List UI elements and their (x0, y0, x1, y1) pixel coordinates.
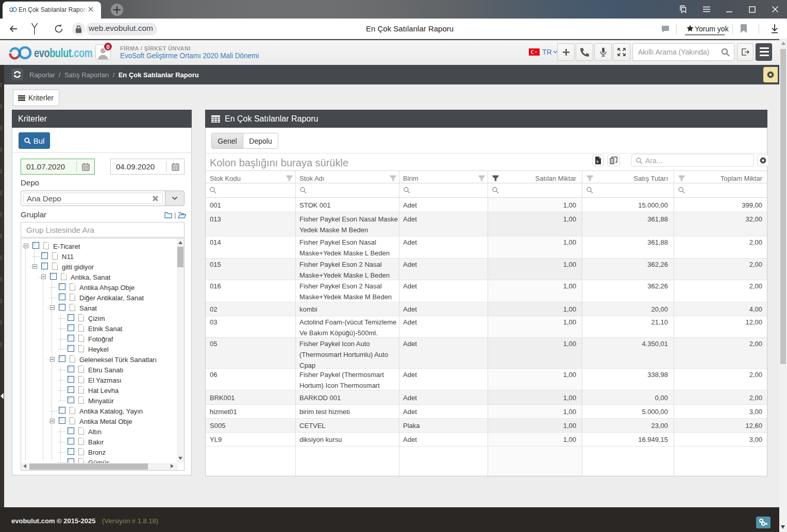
svg-text:x: x (596, 159, 599, 164)
